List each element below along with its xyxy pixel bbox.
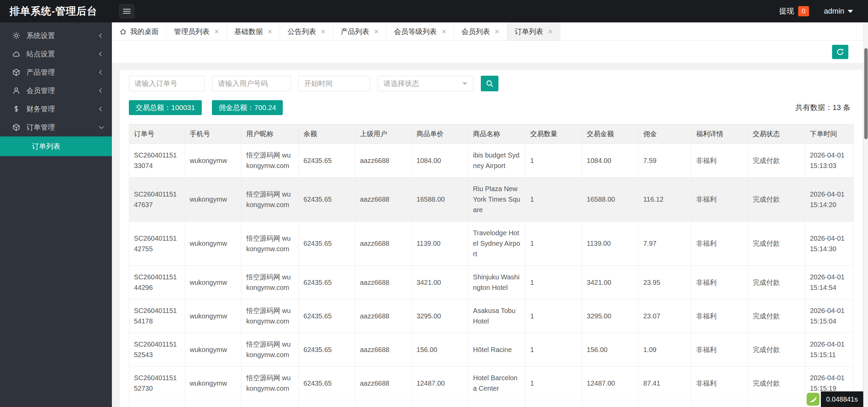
debug-toolbar[interactable]: 0.048841s <box>805 391 863 407</box>
close-icon[interactable]: × <box>214 27 219 36</box>
column-header-commission: 佣金 <box>638 124 691 144</box>
close-icon[interactable]: × <box>321 27 326 36</box>
sidebar: 系统设置站点设置产品管理会员管理财务管理订单管理订单列表 <box>0 22 112 407</box>
tab-my-desktop[interactable]: 我的桌面 <box>112 22 166 40</box>
sidebar-item-label: 系统设置 <box>26 31 55 40</box>
status-select-value: 请选择状态 <box>383 79 419 88</box>
cell-order-time: 2026-04-01 15:15:04 <box>805 299 853 333</box>
search-button[interactable] <box>481 76 498 91</box>
close-icon[interactable]: × <box>374 27 379 36</box>
vertical-scrollbar-track[interactable] <box>863 22 868 407</box>
order-no-input[interactable] <box>129 76 205 91</box>
orders-table: 订单号手机号用户昵称余额上级用户商品单价商品名称交易数量交易金额佣金福利详情交易… <box>129 124 854 407</box>
sidebar-item-product-management[interactable]: 产品管理 <box>0 63 112 81</box>
cell-phone: wukongymw <box>185 299 241 333</box>
cell-balance: 62435.65 <box>299 178 355 222</box>
tab-order-list[interactable]: 订单列表× <box>507 22 560 40</box>
record-count-value: 13 <box>832 103 841 112</box>
start-time-input[interactable] <box>298 76 370 91</box>
close-icon[interactable]: × <box>495 27 499 36</box>
phone-input[interactable] <box>212 76 291 91</box>
total-amount-button[interactable]: 交易总额：100031 <box>129 100 202 115</box>
sidebar-item-label: 会员管理 <box>26 86 55 95</box>
cell-trade-status: 完成付款 <box>748 144 805 178</box>
cell-parent-user: aazz6688 <box>355 333 412 367</box>
cell-parent-user: aazz6688 <box>355 299 412 333</box>
chevron-down-icon <box>99 124 104 129</box>
table-header-row: 订单号手机号用户昵称余额上级用户商品单价商品名称交易数量交易金额佣金福利详情交易… <box>129 124 854 144</box>
tab-notice-list[interactable]: 公告列表× <box>280 22 333 40</box>
search-icon <box>486 79 494 88</box>
tab-member-list[interactable]: 会员列表× <box>454 22 507 40</box>
cell-nickname: 悟空源码网 wukongymw.com <box>241 222 299 266</box>
cloud-icon <box>12 50 20 58</box>
cell-amount: 1084.00 <box>582 144 638 178</box>
cell-amount: 12487.00 <box>582 367 638 400</box>
cell-nickname: 悟空源码网 wukongymw.com <box>241 299 299 333</box>
tab-admin-list[interactable]: 管理员列表× <box>166 22 227 40</box>
cell-commission: 7.97 <box>638 222 691 266</box>
app-title: 排单系统-管理后台 <box>0 4 112 18</box>
cell-order-no: SC26040115152543 <box>129 333 185 367</box>
menu-toggle-button[interactable] <box>119 4 134 18</box>
sidebar-subitem-order-list[interactable]: 订单列表 <box>0 136 112 156</box>
cell-trade-status: 完成付款 <box>748 400 805 407</box>
cell-order-no: SC26040115154178 <box>129 299 185 333</box>
sidebar-item-member-management[interactable]: 会员管理 <box>0 81 112 100</box>
cell-balance: 62435.65 <box>299 266 355 299</box>
user-menu[interactable]: admin <box>824 7 853 16</box>
cell-commission: 7.59 <box>638 144 691 178</box>
column-header-nickname: 用户昵称 <box>241 124 299 144</box>
table-row: SC26040115152270wukongymw悟空源码网 wukongymw… <box>129 400 854 407</box>
sidebar-item-site-settings[interactable]: 站点设置 <box>0 45 112 63</box>
close-icon[interactable]: × <box>548 27 553 36</box>
cell-commission: 126.87 <box>638 400 691 407</box>
table-row: SC26040115133074wukongymw悟空源码网 wukongymw… <box>129 144 854 178</box>
sidebar-subitem-label: 订单列表 <box>32 142 60 151</box>
tab-label: 管理员列表 <box>174 27 210 36</box>
user-name: admin <box>824 7 844 16</box>
tab-label: 公告列表 <box>288 27 316 36</box>
cell-quantity: 1 <box>525 178 582 222</box>
vertical-scrollbar-thumb[interactable] <box>864 48 868 139</box>
cell-commission: 116.12 <box>638 178 691 222</box>
cell-quantity: 1 <box>525 367 582 400</box>
sidebar-item-system-settings[interactable]: 系统设置 <box>0 26 112 45</box>
tab-member-level-list[interactable]: 会员等级列表× <box>387 22 454 40</box>
chevron-left-icon <box>99 88 104 93</box>
cell-order-no: SC26040115152270 <box>129 400 185 407</box>
cell-order-time: 2026-04-01 15:14:54 <box>805 266 853 299</box>
cell-unit-price: 3421.00 <box>412 266 468 299</box>
cell-balance: 62435.65 <box>299 222 355 266</box>
withdraw-link[interactable]: 提现 0 <box>779 6 809 16</box>
tab-product-list[interactable]: 产品列表× <box>333 22 387 40</box>
status-select[interactable]: 请选择状态 <box>378 76 473 91</box>
sidebar-menu: 系统设置站点设置产品管理会员管理财务管理订单管理订单列表 <box>0 26 112 156</box>
cell-product-name: Riu Plaza New York Times Square <box>468 178 526 222</box>
cell-product-name: Travelodge Hotel Sydney Airport <box>468 222 526 266</box>
sidebar-item-order-management[interactable]: 订单管理 <box>0 118 112 136</box>
column-header-order-no: 订单号 <box>129 124 185 144</box>
cell-product-name: Freehand Los Angeles <box>468 400 526 407</box>
total-commission-button[interactable]: 佣金总额：700.24 <box>212 100 283 115</box>
column-header-amount: 交易金额 <box>582 124 638 144</box>
sidebar-item-finance-management[interactable]: 财务管理 <box>0 100 112 118</box>
cell-parent-user: aazz6688 <box>355 400 412 407</box>
close-icon[interactable]: × <box>441 27 446 36</box>
cell-product-name: Hôtel Racine <box>468 333 526 367</box>
table-row: SC26040115152543wukongymw悟空源码网 wukongymw… <box>129 333 854 367</box>
cell-trade-status: 完成付款 <box>748 299 805 333</box>
cell-nickname: 悟空源码网 wukongymw.com <box>241 333 299 367</box>
user-icon <box>12 87 20 95</box>
cell-parent-user: aazz6688 <box>355 266 412 299</box>
content-area: 请选择状态 交易总额：100031 佣金总额：700.24 共有数据：13 条 <box>112 63 868 407</box>
tab-basic-data[interactable]: 基础数据× <box>227 22 280 40</box>
cell-quantity: 1 <box>525 400 582 407</box>
cell-unit-price: 18124.00 <box>412 400 468 407</box>
cell-product-name: Hotel Barcelona Center <box>468 367 526 400</box>
sidebar-item-label: 站点设置 <box>26 49 55 59</box>
close-icon[interactable]: × <box>268 27 272 36</box>
refresh-button[interactable] <box>832 45 848 59</box>
cell-order-no: SC26040115142755 <box>129 222 185 266</box>
cell-phone: wukongymw <box>185 266 241 299</box>
